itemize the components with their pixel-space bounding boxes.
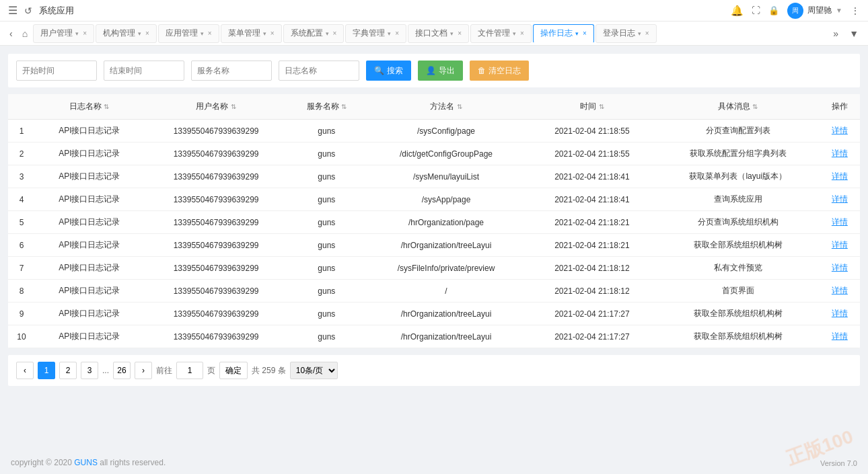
tab-login-log[interactable]: 登录日志 ▾ × <box>595 24 657 43</box>
cell-log-name: API接口日志记录 <box>35 280 144 303</box>
tab-prev-btn[interactable]: ‹ <box>5 28 17 39</box>
tab-api-doc[interactable]: 接口文档 ▾ × <box>408 24 469 43</box>
menu-icon[interactable]: ☰ <box>8 4 17 17</box>
table-row: 4 API接口日志记录 1339550467939639299 guns /sy… <box>8 188 860 211</box>
cell-log-name: API接口日志记录 <box>35 303 144 325</box>
col-num <box>8 94 35 120</box>
sort-icon[interactable]: ⇅ <box>752 103 758 110</box>
service-name-input[interactable] <box>191 61 272 81</box>
cell-action: 详情 <box>820 143 860 165</box>
detail-link[interactable]: 详情 <box>832 331 848 341</box>
cell-service: guns <box>289 120 365 143</box>
pagination-page-2[interactable]: 2 <box>59 362 77 379</box>
cell-method: /sysApp/page <box>365 188 528 211</box>
cell-method: /dict/getConfigGroupPage <box>365 143 528 165</box>
detail-link[interactable]: 详情 <box>832 149 848 158</box>
cell-log-name: API接口日志记录 <box>35 257 144 280</box>
tab-app-management[interactable]: 应用管理 ▾ × <box>158 24 219 43</box>
log-name-input[interactable] <box>279 61 359 81</box>
sort-icon[interactable]: ⇅ <box>599 103 604 110</box>
tab-user-management[interactable]: 用户管理 ▾ × <box>33 24 94 43</box>
chevron-down-icon: ▾ <box>201 30 204 37</box>
fullscreen-icon[interactable]: ⛶ <box>752 5 760 15</box>
cell-method: /sysConfig/page <box>365 120 528 143</box>
tab-file-management[interactable]: 文件管理 ▾ × <box>470 24 532 43</box>
chevron-down-icon: ▾ <box>638 30 641 37</box>
pagination-prev-btn[interactable]: ‹ <box>16 362 34 379</box>
table-header: 日志名称 ⇅ 用户名称 ⇅ 服务名称 ⇅ 方法名 ⇅ <box>8 94 860 120</box>
detail-link[interactable]: 详情 <box>832 286 848 295</box>
cell-num: 1 <box>8 120 35 143</box>
export-button[interactable]: 👤 导出 <box>418 61 463 81</box>
topbar-left: ☰ ↺ 系统应用 <box>8 4 74 17</box>
lock-icon[interactable]: 🔒 <box>768 5 779 15</box>
pagination-next-btn[interactable]: › <box>135 362 152 379</box>
clear-log-button[interactable]: 🗑 清空日志 <box>470 61 529 81</box>
cell-time: 2021-02-04 21:17:27 <box>528 303 657 325</box>
username: 周望驰 <box>807 5 832 16</box>
detail-link[interactable]: 详情 <box>832 263 848 272</box>
tab-home-btn[interactable]: ⌂ <box>18 28 32 39</box>
sort-icon[interactable]: ⇅ <box>457 103 462 110</box>
cell-message: 获取全部系统组织机构树 <box>657 325 820 348</box>
detail-link[interactable]: 详情 <box>832 217 848 227</box>
tab-dict-management[interactable]: 字典管理 ▾ × <box>345 24 406 43</box>
table-row: 5 API接口日志记录 1339550467939639299 guns /hr… <box>8 211 860 234</box>
detail-link[interactable]: 详情 <box>832 309 848 318</box>
tab-close-icon[interactable]: × <box>520 30 524 37</box>
pagination-page-3[interactable]: 3 <box>81 362 98 379</box>
detail-link[interactable]: 详情 <box>832 194 848 204</box>
start-time-input[interactable] <box>16 61 97 81</box>
cell-action: 详情 <box>820 188 860 211</box>
cell-num: 5 <box>8 211 35 234</box>
tab-close-icon[interactable]: × <box>395 30 399 37</box>
tab-more-btn[interactable]: » <box>829 28 842 39</box>
tab-operation-log[interactable]: 操作日志 ▾ × <box>533 24 594 43</box>
detail-link[interactable]: 详情 <box>832 171 848 181</box>
table-row: 2 API接口日志记录 1339550467939639299 guns /di… <box>8 143 860 165</box>
user-menu[interactable]: 周 周望驰 ▼ <box>787 3 842 19</box>
pagination-page-1[interactable]: 1 <box>38 362 55 379</box>
cell-time: 2021-02-04 21:18:55 <box>528 143 657 165</box>
cell-message: 获取全部系统组织机构树 <box>657 234 820 257</box>
table-row: 8 API接口日志记录 1339550467939639299 guns / 2… <box>8 280 860 303</box>
cell-service: guns <box>289 211 365 234</box>
tab-sys-config[interactable]: 系统配置 ▾ × <box>283 24 345 43</box>
col-username: 用户名称 ⇅ <box>144 94 289 120</box>
pagination-page-input[interactable] <box>176 362 203 379</box>
tab-close-icon[interactable]: × <box>83 30 87 37</box>
end-time-input[interactable] <box>104 61 184 81</box>
refresh-icon[interactable]: ↺ <box>24 5 32 16</box>
chevron-down-icon: ▾ <box>138 30 141 37</box>
tab-dropdown-btn[interactable]: ▼ <box>845 28 863 39</box>
tab-close-icon[interactable]: × <box>208 30 212 37</box>
tab-close-icon[interactable]: × <box>645 30 649 37</box>
tab-close-icon[interactable]: × <box>145 30 149 37</box>
detail-link[interactable]: 详情 <box>832 240 848 249</box>
tab-close-icon[interactable]: × <box>583 30 587 37</box>
cell-log-name: API接口日志记录 <box>35 234 144 257</box>
tab-org-management[interactable]: 机构管理 ▾ × <box>96 24 157 43</box>
sort-icon[interactable]: ⇅ <box>231 103 236 110</box>
cell-num: 6 <box>8 234 35 257</box>
sort-icon[interactable]: ⇅ <box>104 103 109 110</box>
tab-close-icon[interactable]: × <box>458 30 462 37</box>
tab-close-icon[interactable]: × <box>333 30 337 37</box>
tab-close-icon[interactable]: × <box>270 30 275 37</box>
cell-action: 详情 <box>820 234 860 257</box>
cell-log-name: API接口日志记录 <box>35 120 144 143</box>
detail-link[interactable]: 详情 <box>832 126 848 135</box>
pagination-page-size-select[interactable]: 10条/页 20条/页 50条/页 <box>290 362 338 379</box>
tab-menu-management[interactable]: 菜单管理 ▾ × <box>221 24 282 43</box>
more-icon[interactable]: ⋮ <box>851 5 860 16</box>
cell-action: 详情 <box>820 257 860 280</box>
cell-service: guns <box>289 280 365 303</box>
bell-icon[interactable]: 🔔 <box>731 5 744 17</box>
cell-time: 2021-02-04 21:18:41 <box>528 165 657 188</box>
cell-log-name: API接口日志记录 <box>35 188 144 211</box>
search-button[interactable]: 🔍 搜索 <box>366 61 411 81</box>
sort-icon[interactable]: ⇅ <box>341 103 347 110</box>
pagination-page-last[interactable]: 26 <box>113 362 131 379</box>
pagination-confirm-btn[interactable]: 确定 <box>219 362 248 379</box>
cell-action: 详情 <box>820 280 860 303</box>
